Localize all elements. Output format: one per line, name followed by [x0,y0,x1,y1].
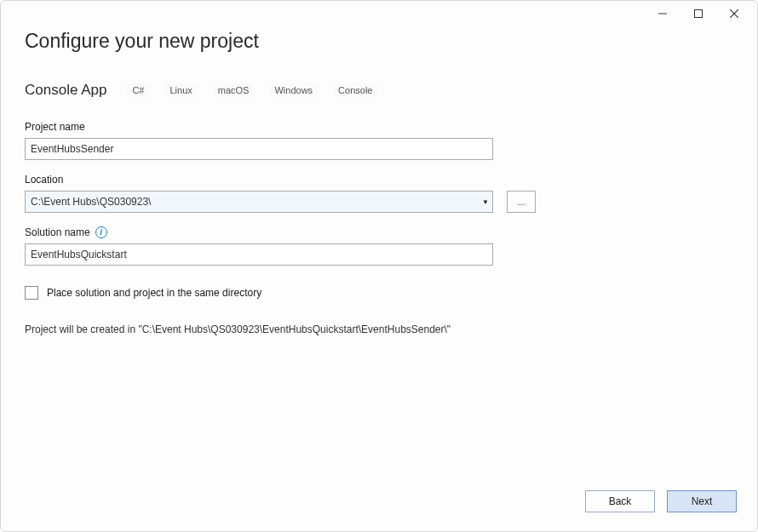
location-group: Location C:\Event Hubs\QS030923\ ▼ ... [25,174,733,213]
browse-button[interactable]: ... [507,191,536,213]
template-tag: Linux [164,83,197,97]
template-tag: Windows [269,83,318,97]
project-name-input[interactable] [25,138,493,160]
solution-name-input[interactable] [25,243,493,266]
template-tag: Console [333,83,377,97]
solution-name-group: Solution name i [25,226,733,266]
path-preview: Project will be created in "C:\Event Hub… [25,323,733,335]
back-label: Back [609,495,632,507]
same-directory-row: Place solution and project in the same d… [25,286,733,300]
template-tag: C# [127,83,149,97]
chevron-down-icon: ▼ [482,198,489,206]
minimize-button[interactable] [645,2,680,26]
same-directory-label: Place solution and project in the same d… [47,287,261,299]
template-tag: macOS [213,83,255,97]
same-directory-checkbox[interactable] [25,286,38,300]
project-name-label: Project name [25,121,733,133]
solution-name-label: Solution name i [25,226,733,238]
project-name-group: Project name [25,121,733,160]
back-button[interactable]: Back [585,490,655,512]
close-button[interactable] [716,2,752,26]
dialog-window: Configure your new project Console App C… [0,0,758,532]
template-header: Console App C# Linux macOS Windows Conso… [25,82,733,99]
browse-label: ... [517,197,525,207]
window-titlebar [1,1,757,26]
dialog-footer: Back Next [1,477,757,531]
page-title: Configure your new project [25,30,733,53]
template-name: Console App [25,82,106,99]
svg-rect-1 [695,10,703,18]
location-label: Location [25,174,733,186]
dialog-content: Configure your new project Console App C… [1,26,757,477]
next-button[interactable]: Next [667,490,737,512]
next-label: Next [692,495,713,507]
info-icon[interactable]: i [95,226,107,238]
location-combobox[interactable]: C:\Event Hubs\QS030923\ ▼ [25,191,493,213]
maximize-button[interactable] [680,2,716,26]
location-value: C:\Event Hubs\QS030923\ [31,196,151,208]
solution-name-label-text: Solution name [25,226,90,238]
